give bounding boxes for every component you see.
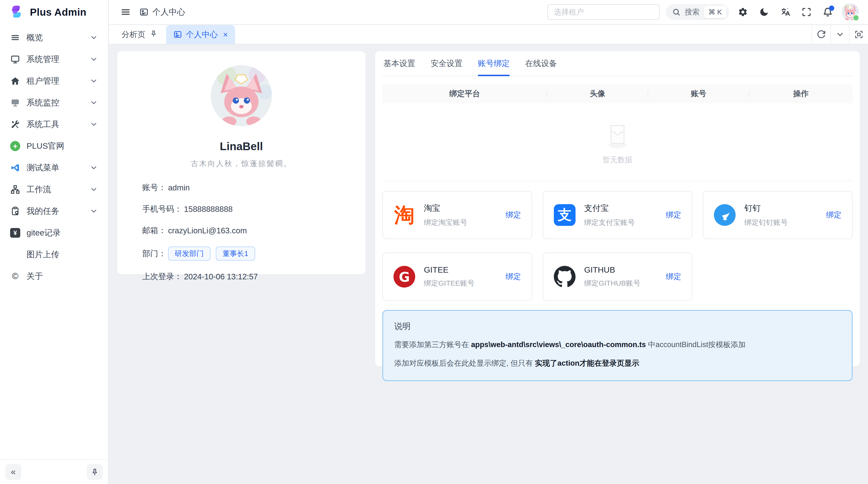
search-shortcut: ⌘ K <box>704 6 726 18</box>
maximize-content-button[interactable] <box>849 25 868 44</box>
column-avatar: 头像 <box>547 89 648 99</box>
bind-link-taobao[interactable]: 绑定 <box>506 210 521 220</box>
sidebar-item-label: 租户管理 <box>27 75 90 87</box>
chevron-down-icon <box>90 99 98 107</box>
user-avatar[interactable] <box>841 3 859 21</box>
settings-panel: 基本设置 安全设置 账号绑定 在线设备 绑定平台 头像 账号 操作 <box>375 51 860 366</box>
github-icon <box>554 266 576 288</box>
logo-icon <box>9 4 25 20</box>
sidebar-item-overview[interactable]: 概览 <box>4 28 104 48</box>
bind-link-gitee[interactable]: 绑定 <box>506 271 521 282</box>
notifications-button[interactable] <box>820 5 835 20</box>
global-search[interactable]: 搜索 ⌘ K <box>666 4 729 20</box>
tab-online-devices[interactable]: 在线设备 <box>525 51 557 76</box>
field-phone: 手机号码： 15888888888 <box>142 204 340 215</box>
profile-fields: 账号： admin 手机号码： 15888888888 邮箱： crazyLio… <box>142 182 340 282</box>
sidebar-item-plus-site[interactable]: + PLUS官网 <box>4 136 104 156</box>
platform-name: 钉钉 <box>744 203 788 214</box>
profile-card: LinaBell 古木向人秋，惊蓬掠鬓稠。 账号： admin 手机号码： 15… <box>117 51 366 274</box>
gear-icon <box>738 7 748 17</box>
sidebar-item-label: gitee记录 <box>27 227 98 238</box>
overview-icon <box>10 33 20 43</box>
translate-icon <box>780 7 790 17</box>
tab-label: 个人中心 <box>186 29 218 40</box>
profile-bio: 古木向人秋，惊蓬掠鬓稠。 <box>142 159 340 169</box>
tab-close-button[interactable]: × <box>223 30 228 39</box>
sidebar-pin-button[interactable] <box>87 464 103 480</box>
sidebar-item-gitee-record[interactable]: ¥ gitee记录 <box>4 223 104 243</box>
tab-profile-active[interactable]: 个人中心 × <box>166 25 235 44</box>
sidebar-item-test-menu[interactable]: 测试菜单 <box>4 158 104 178</box>
language-button[interactable] <box>778 5 793 20</box>
tab-basic-settings[interactable]: 基本设置 <box>383 51 415 76</box>
tenant-select-input[interactable] <box>547 4 660 20</box>
field-account: 账号： admin <box>142 182 340 193</box>
panel-tabs: 基本设置 安全设置 账号绑定 在线设备 <box>382 51 852 76</box>
sidebar-item-system-tools[interactable]: 系统工具 <box>4 114 104 134</box>
sidebar-item-label: 系统工具 <box>27 119 90 130</box>
sidebar-item-about[interactable]: © 关于 <box>4 266 104 286</box>
column-actions: 操作 <box>749 89 852 99</box>
logo[interactable]: Plus Admin <box>0 0 108 25</box>
theme-toggle-button[interactable] <box>756 5 772 20</box>
profile-name: LinaBell <box>142 140 340 153</box>
note-title: 说明 <box>394 321 841 332</box>
sidebar: Plus Admin 概览 系统管理 租户管理 <box>0 0 108 484</box>
platform-name: GITHUB <box>584 265 641 275</box>
profile-card-icon <box>173 30 182 39</box>
sidebar-item-my-tasks[interactable]: 我的任务 <box>4 201 104 221</box>
bind-card-github: GITHUB 绑定GITHUB账号 绑定 <box>543 253 692 301</box>
sidebar-item-system-management[interactable]: 系统管理 <box>4 49 104 69</box>
platform-name: 支付宝 <box>584 203 635 214</box>
department-tag: 研发部门 <box>168 247 211 261</box>
search-icon <box>672 8 680 16</box>
sidebar-item-workflow[interactable]: 工作流 <box>4 179 104 200</box>
sidebar-item-label: 概览 <box>27 32 90 43</box>
note-line-1: 需要添加第三方账号在 apps\web-antd\src\views\_core… <box>394 339 841 351</box>
refresh-button[interactable] <box>812 25 830 44</box>
tab-security-settings[interactable]: 安全设置 <box>431 51 462 76</box>
app-window: Plus Admin 概览 系统管理 租户管理 <box>0 0 868 484</box>
breadcrumb[interactable]: 个人中心 <box>140 6 185 18</box>
chevron-down-icon <box>90 77 98 85</box>
taobao-icon: 淘 <box>394 204 415 226</box>
tab-menu-button[interactable] <box>830 25 849 44</box>
sidebar-collapse-button[interactable]: « <box>5 464 21 480</box>
bind-link-dingtalk[interactable]: 绑定 <box>826 210 841 220</box>
platform-name: 淘宝 <box>424 203 467 214</box>
platform-desc: 绑定GITHUB账号 <box>584 279 641 288</box>
notification-badge <box>829 5 834 11</box>
fullscreen-button[interactable] <box>799 5 814 20</box>
workflow-icon <box>10 184 20 195</box>
field-department: 部门： 研发部门 董事长1 <box>142 247 340 261</box>
bind-link-github[interactable]: 绑定 <box>666 271 681 282</box>
field-last-login: 上次登录： 2024-10-06 13:12:57 <box>142 271 340 282</box>
sidebar-item-label: 系统管理 <box>27 54 90 65</box>
settings-button[interactable] <box>735 5 750 20</box>
header-actions: 搜索 ⌘ K <box>547 3 859 21</box>
sidebar-toggle-button[interactable] <box>118 5 133 20</box>
binding-table: 绑定平台 头像 账号 操作 暂无数据 <box>382 84 852 181</box>
tab-account-binding[interactable]: 账号绑定 <box>478 51 510 76</box>
sidebar-item-image-upload[interactable]: 图片上传 <box>4 245 104 265</box>
sidebar-item-label: 工作流 <box>27 184 90 195</box>
sidebar-item-tenant-management[interactable]: 租户管理 <box>4 71 104 91</box>
display-icon <box>10 98 20 108</box>
bind-card-taobao: 淘 淘宝 绑定淘宝账号 绑定 <box>382 191 532 239</box>
refresh-icon <box>817 30 826 39</box>
header: 个人中心 搜索 ⌘ K <box>109 0 868 25</box>
bind-link-alipay[interactable]: 绑定 <box>666 210 681 220</box>
fullscreen-icon <box>802 7 812 17</box>
sidebar-item-label: 关于 <box>27 271 98 282</box>
sidebar-item-system-monitor[interactable]: 系统监控 <box>4 93 104 113</box>
profile-avatar <box>211 65 272 126</box>
home-icon <box>10 76 20 86</box>
bind-card-gitee: G GITEE 绑定GITEE账号 绑定 <box>382 253 532 301</box>
vscode-icon <box>10 163 20 173</box>
sidebar-item-label: 我的任务 <box>27 205 90 217</box>
platform-desc: 绑定支付宝账号 <box>584 218 635 228</box>
pin-icon[interactable] <box>150 30 157 39</box>
empty-box-icon <box>599 119 636 150</box>
platform-name: GITEE <box>424 265 474 275</box>
tab-analysis[interactable]: 分析页 <box>109 25 163 44</box>
